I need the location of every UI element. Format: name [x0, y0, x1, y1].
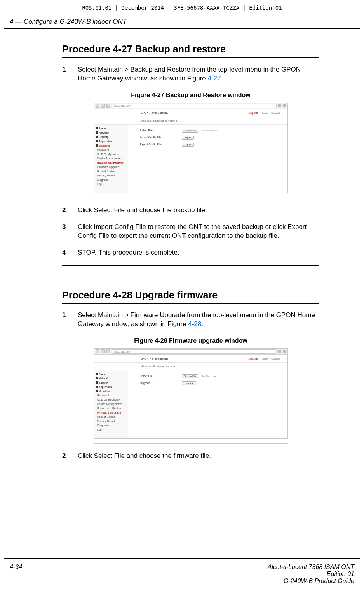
sidebar-sub-password[interactable]: Password [94, 393, 128, 398]
footer-edition: Edition 01 [268, 571, 354, 578]
form-row: Upgrade Upgrade [140, 381, 280, 385]
step-427-1: 1 Select Maintain > Backup and Restore f… [62, 65, 319, 83]
sidebar-sub-firmware[interactable]: Firmware Upgrade [94, 165, 128, 169]
sidebar-item-status[interactable]: Status [94, 126, 128, 131]
step-text: STOP. This procedure is complete. [78, 248, 319, 257]
procedure-427-title: Procedure 4-27 Backup and restore [62, 44, 319, 55]
sidebar-sub-log[interactable]: Log [94, 428, 128, 432]
sidebar-item-security[interactable]: Security [94, 135, 128, 139]
sidebar-sub-backup-restore[interactable]: Backup and Restore [94, 406, 128, 410]
footer-guide: G-240W-B Product Guide [268, 578, 354, 585]
sidebar-item-label: Application [99, 140, 112, 143]
logout-link[interactable]: Logout [248, 357, 258, 360]
sidebar-sub-firmware[interactable]: Firmware Upgrade [94, 410, 128, 415]
figure-428-caption: Figure 4-28 Firmware upgrade window [62, 337, 319, 344]
app-title: GPON Home Gateway [141, 112, 168, 114]
forward-icon[interactable] [101, 104, 105, 108]
step-text-pre: Select Maintain > Backup and Restore fro… [78, 66, 301, 82]
sidebar-sub-diagnose[interactable]: Diagnose [94, 178, 128, 182]
url-bar[interactable]: 192.168.1.254 [112, 104, 277, 108]
sidebar-sub-factory-default[interactable]: Factory Default [94, 173, 128, 178]
browser-chrome: 192.168.1.254 [94, 103, 287, 109]
gear-icon [96, 377, 98, 379]
form-row: Import Config File Import [140, 136, 280, 140]
gear-icon [96, 373, 98, 375]
procedure-428-title: Procedure 4-28 Upgrade firmware [62, 290, 319, 301]
sidebar-item-maintain[interactable]: Maintain [94, 143, 128, 148]
choose-file-button[interactable]: Choose File [182, 374, 198, 378]
figure-427-caption: Figure 4-27 Backup and Restore window [62, 92, 319, 99]
sidebar: Status Network Security Application Main… [94, 370, 128, 438]
sidebar-sub-password[interactable]: Password [94, 148, 128, 152]
bookmark-icon[interactable] [278, 350, 281, 353]
bookmark-icon[interactable] [278, 104, 281, 107]
reload-icon[interactable] [106, 349, 110, 353]
sidebar-item-application[interactable]: Application [94, 385, 128, 389]
sidebar-sub-slid[interactable]: SLID Configuration [94, 398, 128, 402]
sidebar-item-label: Status [99, 127, 106, 130]
sidebar-item-application[interactable]: Application [94, 139, 128, 143]
step-number: 3 [62, 223, 78, 241]
reload-icon[interactable] [106, 104, 110, 108]
sidebar-sub-factory-default[interactable]: Factory Default [94, 419, 128, 423]
main-panel: Select File Choose File No file chosen I… [128, 125, 287, 193]
no-file-text: No file chosen [202, 375, 217, 377]
back-icon[interactable] [96, 349, 99, 353]
sidebar-sub-slid[interactable]: SLID Configuration [94, 152, 128, 156]
step-427-2: 2 Click Select File and choose the backu… [62, 206, 319, 215]
logout-link[interactable]: Logout [248, 111, 258, 115]
breadcrumb: Maintain>Backup and Restore [94, 117, 287, 125]
export-config-label: Export Config File [140, 143, 179, 146]
doc-header: R05.01.01 | December 2014 | 3FE-56678-AA… [0, 0, 364, 11]
form-row: Select File Choose File No file chosen [140, 129, 280, 133]
back-icon[interactable] [96, 104, 99, 108]
sidebar-item-label: Security [99, 136, 108, 138]
sidebar-sub-log[interactable]: Log [94, 182, 128, 186]
sidebar-item-network[interactable]: Network [94, 131, 128, 135]
language-switch[interactable]: English | Español [262, 112, 280, 114]
step-427-3: 3 Click Import Config File to restore th… [62, 223, 319, 241]
step-428-2: 2 Click Select File and choose the firmw… [62, 452, 319, 461]
gear-icon [96, 144, 98, 147]
chapter-rule [4, 28, 360, 29]
upgrade-button[interactable]: Upgrade [182, 381, 196, 385]
forward-icon[interactable] [101, 349, 105, 353]
figure-ref-428[interactable]: 4-28 [188, 320, 201, 328]
sidebar-item-maintain[interactable]: Maintain [94, 389, 128, 393]
import-button[interactable]: Import [182, 136, 194, 140]
app-title: GPON Home Gateway [141, 357, 168, 360]
step-number: 2 [62, 206, 78, 215]
sidebar-item-security[interactable]: Security [94, 381, 128, 385]
import-config-label: Import Config File [140, 136, 179, 139]
export-button[interactable]: Export [182, 143, 194, 147]
step-text-post: . [201, 320, 203, 328]
app-header: GPON Home Gateway Logout English | Españ… [94, 355, 287, 363]
gear-icon [96, 140, 98, 142]
step-text: Click Select File and choose the firmwar… [78, 452, 319, 461]
figure-ref-427[interactable]: 4-27 [208, 75, 221, 82]
sidebar-item-status[interactable]: Status [94, 372, 128, 376]
menu-icon[interactable] [283, 350, 286, 353]
language-switch[interactable]: English | Español [262, 358, 280, 360]
footer-product: Alcatel-Lucent 7368 ISAM ONT [268, 564, 354, 571]
main-panel: Select File Choose File No file chosen U… [128, 370, 287, 438]
step-text: Click Select File and choose the backup … [78, 206, 319, 215]
choose-file-button[interactable]: Choose File [182, 129, 198, 133]
page-footer: 4-34 Alcatel-Lucent 7368 ISAM ONT Editio… [10, 564, 354, 585]
menu-icon[interactable] [283, 104, 286, 107]
sidebar-sub-reboot[interactable]: Reboot Device [94, 415, 128, 419]
sidebar-sub-diagnose[interactable]: Diagnose [94, 423, 128, 428]
breadcrumb: Maintain>Firmware Upgrade [94, 363, 287, 370]
divider [62, 57, 319, 58]
sidebar-sub-backup-restore[interactable]: Backup and Restore [94, 161, 128, 165]
chapter-heading: 4 — Configure a G-240W-B indoor ONT [0, 11, 364, 28]
sidebar-item-network[interactable]: Network [94, 376, 128, 381]
sidebar-sub-reboot[interactable]: Reboot Device [94, 169, 128, 173]
sidebar-sub-device-mgmt[interactable]: Device Management [94, 156, 128, 161]
sidebar-sub-device-mgmt[interactable]: Device Management [94, 402, 128, 406]
step-text: Click Import Config File to restore the … [78, 223, 319, 241]
step-text: Select Maintain > Firmware Upgrade from … [78, 311, 319, 329]
url-bar[interactable]: 192.168.1.254 [112, 349, 277, 354]
gear-icon [96, 381, 98, 384]
procedure-end-rule [62, 265, 319, 266]
